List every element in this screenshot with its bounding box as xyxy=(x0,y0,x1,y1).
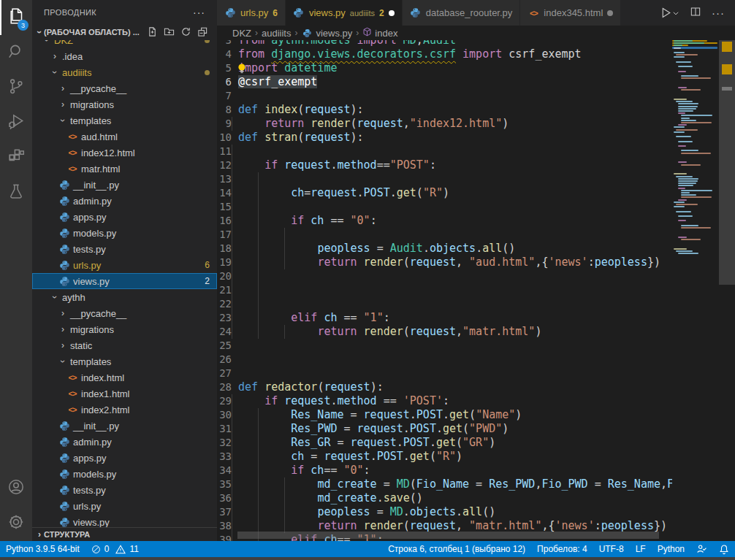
code-line-27[interactable]: 27 xyxy=(217,367,672,380)
code-line-21[interactable]: 21 xyxy=(217,283,672,297)
source-control-activity-button[interactable] xyxy=(0,70,32,105)
tree-row-templates[interactable]: ›templates xyxy=(32,112,217,129)
explorer-more-actions-icon[interactable]: ··· xyxy=(193,7,205,18)
run-debug-activity-button[interactable] xyxy=(0,105,32,140)
workspace-section-header[interactable]: › (РАБОЧАЯ ОБЛАСТЬ) ... xyxy=(32,24,217,40)
tree-row-views-py[interactable]: views.py xyxy=(32,514,217,527)
code-line-28[interactable]: 28def redactor(request): xyxy=(217,380,672,394)
code-line-15[interactable]: 15 xyxy=(217,200,672,214)
tree-row--pycache-[interactable]: ›__pycache__ xyxy=(32,80,217,96)
explorer-activity-button[interactable]: 3 xyxy=(0,0,32,35)
tree-row--init-py[interactable]: __init__.py xyxy=(32,418,217,434)
code-line-14[interactable]: 14 ch=request.POST.get("R") xyxy=(217,186,672,200)
code-line-36[interactable]: 36 md_create.save() xyxy=(217,491,672,505)
vertical-scrollbar[interactable] xyxy=(719,40,735,285)
tab-index345-html[interactable]: <> index345.html xyxy=(520,0,621,26)
eol-status[interactable]: LF xyxy=(630,541,652,557)
tree-row-matr-html[interactable]: <>matr.html xyxy=(32,161,217,177)
code-line-8[interactable]: 8def index(request): xyxy=(217,103,672,117)
code-editor[interactable]: 3from aythh.models import MD,Audit4from … xyxy=(217,40,735,541)
code-line-34[interactable]: 34 if ch== "0": xyxy=(217,464,672,477)
tree-row--idea[interactable]: ›.idea xyxy=(32,48,217,64)
code-line-13[interactable]: 13 xyxy=(217,172,672,186)
tree-row-tests-py[interactable]: tests.py xyxy=(32,241,217,257)
unsaved-dot-icon[interactable] xyxy=(389,10,395,16)
collapse-all-icon[interactable] xyxy=(197,26,208,39)
code-line-20[interactable]: 20 xyxy=(217,269,672,283)
outline-section-header[interactable]: › СТРУКТУРА xyxy=(32,527,217,541)
tree-row-audiiits[interactable]: ›audiiits xyxy=(32,64,217,80)
more-actions-icon[interactable]: ··· xyxy=(712,7,725,19)
tree-row-admin-py[interactable]: admin.py xyxy=(32,193,217,209)
code-line-4[interactable]: 4from django.views.decorators.csrf impor… xyxy=(217,47,672,61)
code-line-32[interactable]: 32 Res_GR = request.POST.get("GR") xyxy=(217,436,672,450)
code-line-9[interactable]: 9 return render(request,"index12.html") xyxy=(217,117,672,131)
code-line-25[interactable]: 25 xyxy=(217,339,672,353)
breadcrumb-file[interactable]: views.py xyxy=(301,27,352,39)
tree-row-aud-html[interactable]: <>aud.html xyxy=(32,129,217,145)
settings-button[interactable] xyxy=(0,506,32,541)
tree-row-migrations[interactable]: ›migrations xyxy=(32,96,217,112)
tree-row--init-py[interactable]: __init__.py xyxy=(32,177,217,193)
tree-row-apps-py[interactable]: apps.py xyxy=(32,450,217,466)
code-line-12[interactable]: 12 if request.method=="POST": xyxy=(217,158,672,172)
tree-row-tests-py[interactable]: tests.py xyxy=(32,482,217,498)
tree-row-aythh[interactable]: ›aythh xyxy=(32,289,217,305)
tree-row-models-py[interactable]: models.py xyxy=(32,466,217,482)
breadcrumb-folder[interactable]: audiiits xyxy=(262,28,291,39)
code-line-29[interactable]: 29 if request.method == 'POST': xyxy=(217,394,672,408)
breadcrumb-symbol[interactable]: index xyxy=(362,27,397,39)
feedback-icon[interactable] xyxy=(690,541,713,557)
account-button[interactable] xyxy=(0,471,32,506)
tree-row-index1-html[interactable]: <>index1.html xyxy=(32,386,217,402)
code-line-10[interactable]: 10def stran(request): xyxy=(217,131,672,145)
code-line-35[interactable]: 35 md_create = MD(Fio_Name = Res_PWD,Fio… xyxy=(217,477,672,491)
tree-row-templates[interactable]: ›templates xyxy=(32,353,217,369)
tree-row-urls-py[interactable]: urls.py xyxy=(32,498,217,514)
tree-row-index-html[interactable]: <>index.html xyxy=(32,369,217,386)
code-line-23[interactable]: 23 elif ch == "1": xyxy=(217,311,672,325)
code-line-33[interactable]: 33 ch = request.POST.get("R") xyxy=(217,450,672,464)
language-mode-status[interactable]: Python xyxy=(652,541,690,557)
breadcrumb-folder[interactable]: DKZ xyxy=(232,28,251,39)
refresh-icon[interactable] xyxy=(180,26,191,39)
code-line-22[interactable]: 22 xyxy=(217,297,672,311)
tab-urls-py[interactable]: urls.py 6 xyxy=(217,0,286,26)
split-editor-icon[interactable] xyxy=(690,6,701,20)
code-line-16[interactable]: 16 if ch == "0": xyxy=(217,214,672,228)
code-line-7[interactable]: 7 xyxy=(217,89,672,103)
code-line-6[interactable]: 6@csrf_exempt xyxy=(217,75,672,89)
code-line-18[interactable]: 18 peopless = Audit.objects.all() xyxy=(217,242,672,256)
code-line-26[interactable]: 26 xyxy=(217,353,672,367)
code-line-30[interactable]: 30 Res_Name = request.POST.get("Name") xyxy=(217,408,672,422)
code-line-24[interactable]: 24 return render(request,"matr.html") xyxy=(217,325,672,339)
tree-row--pycache-[interactable]: ›__pycache__ xyxy=(32,305,217,321)
testing-activity-button[interactable] xyxy=(0,175,32,210)
lightbulb-quickfix-icon[interactable] xyxy=(237,63,247,77)
indentation-status[interactable]: Пробелов: 4 xyxy=(531,541,593,557)
code-line-5[interactable]: 5import datetime xyxy=(217,61,672,75)
code-line-11[interactable]: 11 xyxy=(217,145,672,158)
python-interpreter-status[interactable]: Python 3.9.5 64-bit xyxy=(0,541,85,557)
tree-row-admin-py[interactable]: admin.py xyxy=(32,434,217,450)
tree-row-migrations[interactable]: ›migrations xyxy=(32,321,217,337)
extensions-activity-button[interactable] xyxy=(0,140,32,175)
unsaved-dot-icon[interactable] xyxy=(607,10,613,16)
problems-status[interactable]: 0 11 xyxy=(85,541,145,557)
horizontal-scrollbar[interactable] xyxy=(237,532,659,539)
code-line-17[interactable]: 17 xyxy=(217,228,672,242)
code-line-3[interactable]: 3from aythh.models import MD,Audit xyxy=(217,40,672,47)
code-line-37[interactable]: 37 peopless = MD.objects.all() xyxy=(217,505,672,519)
cursor-position-status[interactable]: Строка 6, столбец 1 (выбрано 12) xyxy=(382,541,531,557)
tree-row-apps-py[interactable]: apps.py xyxy=(32,209,217,225)
encoding-status[interactable]: UTF-8 xyxy=(593,541,630,557)
search-activity-button[interactable] xyxy=(0,35,32,70)
tree-row-views-py[interactable]: views.py2 xyxy=(32,273,217,289)
code-line-19[interactable]: 19 return render(request, "aud.html",{'n… xyxy=(217,256,672,269)
notifications-bell-icon[interactable] xyxy=(713,541,735,557)
minimap[interactable] xyxy=(672,40,719,541)
tree-row-models-py[interactable]: models.py xyxy=(32,225,217,241)
new-folder-icon[interactable] xyxy=(164,26,175,39)
tree-row-static[interactable]: ›static xyxy=(32,337,217,353)
code-line-31[interactable]: 31 Res_PWD = request.POST.get("PWD") xyxy=(217,422,672,436)
